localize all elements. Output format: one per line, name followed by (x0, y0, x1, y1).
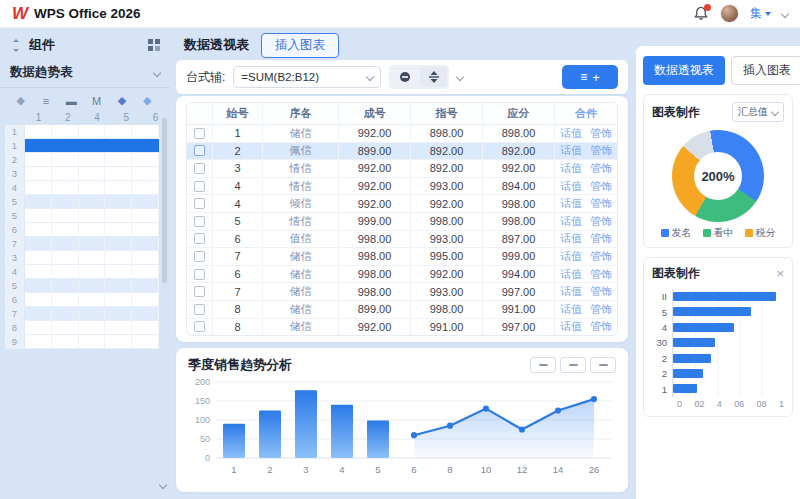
table-row[interactable]: 2佩信899.00892.00892.00话值管饰 (187, 143, 617, 161)
sheet-row[interactable]: 4 (5, 181, 159, 195)
action-link[interactable]: 话值 (560, 126, 582, 141)
sheet-cell[interactable] (105, 223, 132, 236)
row-checkbox[interactable] (194, 128, 205, 139)
sidebar-scrollbar[interactable] (162, 118, 167, 283)
sheet-cell[interactable] (52, 209, 79, 222)
formula-input[interactable]: =SUM(B2:B12) (233, 66, 381, 88)
sheet-row[interactable]: 3 (5, 167, 159, 181)
sheet-cell[interactable] (105, 321, 132, 334)
scroll-down-chevron-icon[interactable] (159, 481, 167, 489)
action-link[interactable]: 话值 (560, 319, 582, 334)
summary-dropdown[interactable]: 汇总值 (732, 102, 784, 122)
table-row[interactable]: 5情信999.00998.00998.00话值管饰 (187, 213, 617, 231)
row-checkbox[interactable] (194, 286, 205, 297)
sheet-cell[interactable] (105, 251, 132, 264)
action-link[interactable]: 管饰 (590, 302, 612, 317)
row-checkbox[interactable] (194, 269, 205, 280)
row-checkbox[interactable] (194, 198, 205, 209)
sheet-row[interactable]: 8 (5, 321, 159, 335)
checkbox-cell[interactable] (187, 231, 213, 248)
sheet-cell[interactable] (25, 265, 52, 278)
table-row[interactable]: 6储信998.00992.00994.00话值管饰 (187, 266, 617, 284)
action-link[interactable]: 管饰 (590, 161, 612, 176)
sheet-cell[interactable] (132, 223, 159, 236)
sheet-row[interactable]: 7 (5, 237, 159, 251)
checkbox-cell[interactable] (187, 248, 213, 265)
sheet-cell[interactable] (25, 335, 52, 348)
layout-grid-icon[interactable] (148, 39, 160, 51)
action-link[interactable]: 话值 (560, 231, 582, 246)
close-icon[interactable]: × (776, 267, 784, 280)
checkbox-cell[interactable] (187, 266, 213, 283)
action-link[interactable]: 话值 (560, 284, 582, 299)
sheet-cell[interactable] (132, 237, 159, 250)
block-icon[interactable]: ▬ (59, 95, 84, 107)
action-link[interactable]: 管饰 (590, 267, 612, 282)
sheet-cell[interactable] (132, 153, 159, 166)
action-link[interactable]: 话值 (560, 143, 582, 158)
sheet-cell[interactable] (25, 153, 52, 166)
diamond-icon[interactable]: ◆ (8, 94, 33, 107)
sheet-cell[interactable] (132, 321, 159, 334)
sheet-cell[interactable] (105, 293, 132, 306)
sheet-cell[interactable] (25, 195, 52, 208)
sheet-cell[interactable] (52, 321, 79, 334)
sheet-cell[interactable] (52, 125, 79, 138)
chart-action-button-1[interactable] (530, 357, 556, 373)
sheet-cell[interactable] (52, 237, 79, 250)
pivot-table-button[interactable]: 数据透视表 (643, 56, 725, 85)
row-checkbox[interactable] (194, 304, 205, 315)
sheet-cell[interactable] (52, 195, 79, 208)
action-link[interactable]: 管饰 (590, 249, 612, 264)
row-checkbox[interactable] (194, 163, 205, 174)
table-row[interactable]: 3情信992.00892.00992.00话值管饰 (187, 160, 617, 178)
m-icon[interactable]: M (84, 95, 109, 107)
notification-bell-icon[interactable] (693, 6, 709, 21)
sheet-row[interactable]: 2 (5, 153, 159, 167)
sheet-cell[interactable] (52, 293, 79, 306)
sheet-cell[interactable] (105, 209, 132, 222)
sheet-cell[interactable] (79, 195, 106, 208)
action-link[interactable]: 话值 (560, 161, 582, 176)
checkbox-cell[interactable] (187, 213, 213, 230)
checkbox-cell[interactable] (187, 125, 213, 142)
sheet-row[interactable]: 5 (5, 209, 159, 223)
sheet-cell[interactable] (25, 307, 52, 320)
add-row-button[interactable]: ≡ + (562, 65, 618, 89)
sheet-cell[interactable] (105, 279, 132, 292)
sheet-row[interactable]: 1 (5, 139, 159, 153)
sheet-cell[interactable] (79, 153, 106, 166)
action-link[interactable]: 话值 (560, 214, 582, 229)
row-checkbox[interactable] (194, 233, 205, 244)
user-avatar[interactable] (720, 4, 739, 23)
action-link[interactable]: 管饰 (590, 284, 612, 299)
sheet-cell[interactable] (52, 153, 79, 166)
sheet-cell[interactable] (105, 237, 132, 250)
sheet-cell[interactable] (52, 307, 79, 320)
action-link[interactable]: 话值 (560, 249, 582, 264)
checkbox-cell[interactable] (187, 178, 213, 195)
action-link[interactable]: 管饰 (590, 143, 612, 158)
action-link[interactable]: 管饰 (590, 196, 612, 211)
tab-insert-chart[interactable]: 插入图表 (261, 33, 339, 58)
sheet-cell[interactable] (52, 181, 79, 194)
sheet-cell[interactable] (79, 181, 106, 194)
sheet-cell[interactable] (105, 125, 132, 138)
sheet-cell[interactable] (25, 139, 52, 152)
tab-pivot-table[interactable]: 数据透视表 (184, 36, 249, 54)
chevron-down-icon[interactable] (456, 73, 464, 81)
action-link[interactable]: 管饰 (590, 126, 612, 141)
sheet-cell[interactable] (25, 321, 52, 334)
sheet-cell[interactable] (105, 265, 132, 278)
row-checkbox[interactable] (194, 216, 205, 227)
checkbox-cell[interactable] (187, 195, 213, 212)
collapse-chevron-icon[interactable] (781, 9, 789, 17)
action-link[interactable]: 话值 (560, 302, 582, 317)
table-row[interactable]: 8储信992.00991.00997.00话值管饰 (187, 319, 617, 336)
sheet-cell[interactable] (132, 251, 159, 264)
sheet-cell[interactable] (132, 181, 159, 194)
dataset-selector[interactable]: 数据趋势表 (0, 60, 170, 88)
sheet-cell[interactable] (132, 139, 159, 152)
sheet-cell[interactable] (52, 251, 79, 264)
sheet-cell[interactable] (79, 223, 106, 236)
